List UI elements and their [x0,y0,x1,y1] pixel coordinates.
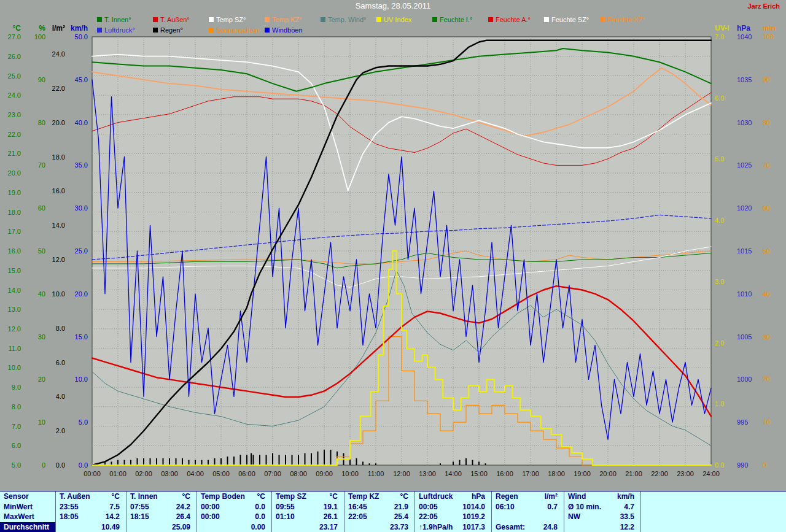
stats-cell-luftdruck: 00:051014.0 [414,502,491,512]
axis-tick-lm2: 24.0 [52,50,65,58]
legend-swatch-icon [544,17,549,22]
stats-row-label: MinWert [0,502,55,512]
weather-chart-canvas: °C27.026.025.024.023.022.021.020.019.018… [0,0,786,491]
stats-cell-temp-sz: Temp SZ°C [271,492,344,502]
stats-cell-luftdruck: 22:051019.2 [414,512,491,522]
stats-header-row: SensorT. Außen°CT. Innen°CTemp Boden°CTe… [0,492,786,502]
stats-filler-cell [640,512,786,522]
stats-time-value: 06:10 [496,503,515,511]
legend-label: Feuchte A.° [496,16,531,23]
axis-tick-kmh: 0.0 [79,461,88,469]
rain-bar [305,453,306,466]
legend-item-feuchte-i[interactable]: Feuchte I.° [432,16,488,23]
x-tick-label: 14:00 [445,470,462,477]
rain-bar [201,460,203,465]
axis-tick-c: 13.0 [8,306,21,313]
legend-item-regen[interactable]: Regen° [153,26,209,34]
legend-label: Temp KZ° [272,16,302,23]
legend-item-feuchte-a[interactable]: Feuchte A.° [488,16,544,23]
stats-measure-value: 12.2 [620,523,634,531]
axis-tick-pct: 10 [38,418,45,426]
legend-label: Luftdruck° [104,26,135,34]
x-tick-label: 24:00 [702,470,720,477]
axis-tick-c: 17.0 [8,228,21,235]
stats-cell-luftdruck: ↑1.9hPa/h1017.3 [414,522,491,532]
stats-cell-temp-sz: 23.17 [271,522,344,532]
stats-cell-regen: 06:100.7 [491,502,564,512]
axis-tick-lm2: 4.0 [56,393,65,400]
axis-tick-kmh: 20.0 [75,290,88,298]
stats-col-unit: km/h [617,492,634,501]
legend-label: UV Index [384,16,411,23]
legend-item-feuchte-kz[interactable]: Feuchte KZ° [600,16,656,23]
stats-cell-t-innen: 18:1526.4 [126,512,196,522]
axis-tick-lm2: 18.0 [52,153,65,161]
stats-measure-value: 1019.2 [462,512,485,521]
x-tick-label: 01:00 [109,470,126,477]
rain-bar [375,463,376,465]
stats-col-unit: °C [182,492,190,501]
stats-col-unit: l/m² [545,492,558,501]
axis-tick-uv: 1.0 [715,400,724,407]
rain-bar [272,453,273,466]
stats-time-value: 22:05 [348,512,367,521]
legend-item-sonnenschein[interactable]: Sonnenschein [209,26,265,34]
legend-item-t-au-en[interactable]: T. Außen° [153,16,209,23]
axis-header-lm2: l/m² [52,24,65,33]
legend-item-windb-en[interactable]: Windböen [265,26,321,34]
legend-item-temp-wind[interactable]: Temp. Wind° [321,16,376,23]
stats-col-name: T. Außen [60,492,90,501]
legend-item-luftdruck[interactable]: Luftdruck° [97,26,153,34]
rain-bar [137,458,138,465]
stats-time-value: 07:55 [130,503,149,511]
axis-tick-c: 7.0 [12,423,21,430]
stats-col-name: Regen [496,492,518,501]
rain-bar [253,455,254,465]
axis-tick-hpa: 1015 [737,247,752,255]
rain-bar [208,460,209,465]
stats-cell-temp-boden: 0.00 [196,522,271,532]
axis-tick-min: 90 [763,76,770,83]
axis-tick-pct: 100 [34,33,45,40]
legend-item-feuchte-sz[interactable]: Feuchte SZ° [544,16,600,23]
stats-row-minwert: MinWert23:557.507:5524.200:000.009:5519.… [0,502,786,512]
stats-measure-value: 23.73 [390,523,408,531]
rain-bar [330,450,332,465]
rain-bar [169,458,170,465]
stats-cell-wind: Windkm/h [564,492,640,502]
axis-tick-lm2: 16.0 [52,187,65,195]
stats-col-unit: °C [330,492,338,501]
axis-tick-c: 10.0 [8,364,21,371]
axis-tick-hpa: 1030 [737,119,752,126]
legend-swatch-icon [153,17,158,22]
x-tick-label: 06:00 [238,470,255,477]
rain-bar [279,455,280,465]
stats-col-unit: °C [400,492,408,501]
legend-item-uv-index[interactable]: UV Index [376,16,432,23]
rain-bar [324,450,325,465]
legend-label: T. Innen° [104,16,131,23]
stats-row-maxwert: MaxWert18:0514.218:1526.400:000.001:1026… [0,512,786,522]
axis-header-kmh: km/h [71,24,88,33]
legend-swatch-icon [321,17,325,22]
stats-time-value: 00:05 [419,503,438,511]
axis-tick-pct: 90 [38,76,45,83]
stats-measure-value: 4.7 [624,503,634,511]
rain-bar [362,461,364,465]
legend-item-t-innen[interactable]: T. Innen° [97,16,153,23]
axis-tick-pct: 70 [38,161,45,169]
rain-bar [311,453,312,466]
axis-tick-min: 40 [763,290,770,298]
stats-measure-value: 21.9 [394,503,408,511]
axis-tick-hpa: 1040 [737,33,752,40]
legend-item-temp-kz[interactable]: Temp KZ° [265,16,321,23]
stats-filler-cell [640,502,786,512]
axis-tick-c: 20.0 [8,169,21,177]
x-tick-label: 02:00 [135,470,152,477]
legend-item-temp-sz[interactable]: Temp SZ° [209,16,265,23]
legend-swatch-icon [376,17,381,22]
axis-tick-c: 12.0 [8,325,21,333]
axis-tick-c: 11.0 [8,345,21,352]
rain-bar [195,460,196,465]
stats-time-value: 18:05 [60,512,79,521]
